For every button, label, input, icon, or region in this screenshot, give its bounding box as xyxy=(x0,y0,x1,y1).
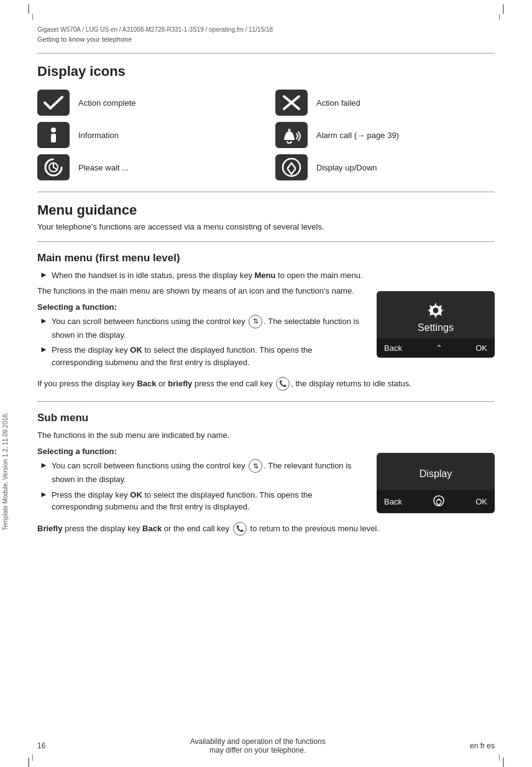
action-failed-icon-box xyxy=(275,90,308,116)
main-menu-bullet1: ► When the handset is in idle status, pr… xyxy=(37,269,495,282)
svg-point-12 xyxy=(434,496,444,506)
action-failed-label: Action failed xyxy=(316,98,360,108)
settings-phone-display: Settings Back ⌃ OK xyxy=(377,291,495,358)
sub-menu-title: Sub menu xyxy=(37,412,495,424)
alarm-call-label: Alarm call (→ page 39) xyxy=(316,131,399,140)
page-wrapper: | | Gigaset W570A / LUG US en / A31008-M… xyxy=(0,0,532,767)
svg-point-4 xyxy=(288,129,291,131)
action-complete-icon-box xyxy=(37,90,70,116)
main-menu-bullet3-text: Press the display key OK to select the d… xyxy=(52,344,364,368)
end-call-key-1: 📞 xyxy=(276,377,290,391)
settings-text: Settings xyxy=(418,322,454,333)
menu-guidance-section: Menu guidance Your telephone's functions… xyxy=(37,202,495,536)
menu-guidance-title-text: Menu guidance xyxy=(37,202,137,218)
menu-guidance-intro: Your telephone's functions are accessed … xyxy=(37,222,495,231)
display-phone-display: Display Back xyxy=(377,453,495,513)
settings-display-footer: Back ⌃ OK xyxy=(377,338,495,358)
settings-back-btn: Back xyxy=(384,343,402,353)
icon-row-alarm-call: Alarm call (→ page 39) xyxy=(275,122,495,148)
icon-row-action-complete: Action complete xyxy=(37,90,257,116)
information-icon-box xyxy=(37,122,70,148)
main-menu-bullet2-text: You can scroll between functions using t… xyxy=(52,315,364,342)
icon-row-action-failed: Action failed xyxy=(275,90,495,116)
main-content: Getting to know your telephone Display i… xyxy=(0,35,532,536)
bullet-arrow-sub-2: ► xyxy=(40,490,48,513)
sub-menu-section: Sub menu The functions in the sub menu a… xyxy=(37,412,495,536)
alarm-icon xyxy=(277,125,306,145)
display-display-text: Display xyxy=(420,468,452,479)
section-subtitle: Getting to know your telephone xyxy=(37,35,495,43)
settings-display-col: Settings Back ⌃ OK xyxy=(377,285,495,372)
updown-icon xyxy=(281,157,302,178)
display-ok-btn: OK xyxy=(475,497,487,506)
side-text: Template Module, Version 1.2, 11.09.2018… xyxy=(2,344,9,531)
icon-row-information: Information xyxy=(37,122,257,148)
main-menu-back-para: If you press the display key Back or bri… xyxy=(37,378,495,391)
information-label: Information xyxy=(78,131,119,140)
menu-guidance-title: Menu guidance xyxy=(37,202,495,218)
please-wait-label: Please wait ... xyxy=(78,163,129,172)
subtitle-text: Getting to know your telephone xyxy=(37,35,132,43)
header-text: Gigaset W570A / LUG US en / A31008-M2728… xyxy=(37,26,273,33)
functions-text: The functions in the main menu are shown… xyxy=(37,286,354,295)
nav-updown-icon xyxy=(433,495,444,506)
display-updown-icon-box xyxy=(275,154,308,180)
display-icons-section: Display icons Action complete xyxy=(37,63,495,180)
page-header: Gigaset W570A / LUG US en / A31008-M2728… xyxy=(0,22,532,35)
main-menu-bullet3: ► Press the display key OK to select the… xyxy=(37,344,364,368)
end-call-key-2: 📞 xyxy=(233,522,247,536)
svg-point-2 xyxy=(51,128,56,132)
info-icon xyxy=(45,126,62,144)
sub-menu-bullet1-text: You can scroll between functions using t… xyxy=(52,460,364,486)
sub-menu-back-para: Briefly press the display key Back or th… xyxy=(37,523,495,536)
bullet-arrow-2: ► xyxy=(40,316,48,342)
settings-nav-icon: ⌃ xyxy=(436,343,443,353)
sub-menu-intro-text: The functions in the sub menu are indica… xyxy=(37,430,229,440)
page-number: 16 xyxy=(37,741,45,750)
sub-menu-intro: The functions in the sub menu are indica… xyxy=(37,429,495,442)
settings-display-text: Settings xyxy=(418,322,454,333)
main-menu-title: Main menu (first menu level) xyxy=(37,252,495,264)
control-key-icon-2: ⇅ xyxy=(249,459,262,473)
sub-selecting-label-text: Selecting a function: xyxy=(37,447,117,456)
divider-after-icons xyxy=(37,192,495,192)
main-menu-text-col: The functions in the main menu are shown… xyxy=(37,285,364,372)
icon-row-please-wait: Please wait ... xyxy=(37,154,257,180)
main-menu-two-col: The functions in the main menu are shown… xyxy=(37,285,495,372)
alarm-call-icon-box xyxy=(275,122,308,148)
sub-menu-bullet2: ► Press the display key OK to select the… xyxy=(37,489,364,513)
svg-line-8 xyxy=(53,167,57,169)
sub-menu-bullet2-text: Press the display key OK to select the d… xyxy=(52,489,364,513)
display-display-footer: Back OK xyxy=(377,490,495,513)
display-text: Display xyxy=(420,468,452,480)
sub-menu-text-col: Selecting a function: ► You can scroll b… xyxy=(37,447,364,516)
svg-rect-3 xyxy=(51,134,56,142)
control-key-icon: ⇅ xyxy=(249,315,262,328)
main-menu-bullet1-text: When the handset is in idle status, pres… xyxy=(52,269,495,282)
menu-guidance-intro-text: Your telephone's functions are accessed … xyxy=(37,222,324,231)
display-nav-icon xyxy=(433,495,444,508)
spinner-icon xyxy=(43,157,64,178)
main-menu-section: Main menu (first menu level) ► When the … xyxy=(37,252,495,391)
sub-menu-bullet1: ► You can scroll between functions using… xyxy=(37,460,364,486)
sub-menu-title-text: Sub menu xyxy=(37,412,88,424)
settings-display-content: Settings xyxy=(377,291,495,338)
selecting-label-text: Selecting a function: xyxy=(37,302,117,312)
checkmark-icon xyxy=(42,94,65,111)
display-updown-label: Display up/Down xyxy=(316,163,377,172)
main-menu-functions-text: The functions in the main menu are shown… xyxy=(37,285,364,297)
settings-gear-icon xyxy=(426,301,445,320)
please-wait-icon-box xyxy=(37,154,70,180)
display-display-content: Display xyxy=(377,453,495,490)
selecting-label-main: Selecting a function: xyxy=(37,302,364,312)
bullet-arrow-3: ► xyxy=(40,345,48,368)
divider-main-menu xyxy=(37,241,495,242)
divider-top xyxy=(37,53,495,53)
x-icon xyxy=(281,94,302,111)
bullet-arrow-sub-1: ► xyxy=(40,460,48,486)
main-menu-title-text: Main menu (first menu level) xyxy=(37,252,180,264)
main-menu-bullet2: ► You can scroll between functions using… xyxy=(37,315,364,342)
svg-point-11 xyxy=(433,307,439,313)
footer-line1: Availability and operation of the functi… xyxy=(45,737,470,746)
footer-lang: en fr es xyxy=(470,741,495,750)
